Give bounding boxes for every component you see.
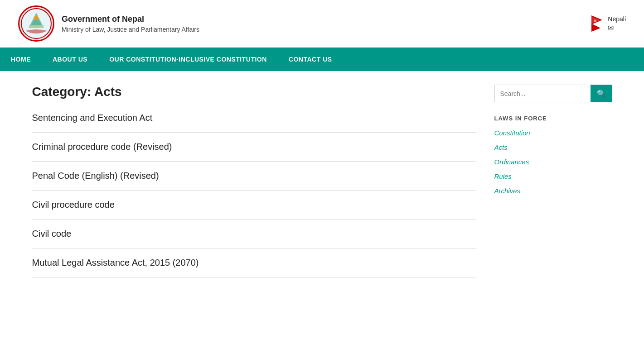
list-item: Sentencing and Execution Act [32,113,476,133]
article-link-3[interactable]: Civil procedure code [32,200,115,210]
svg-rect-4 [29,25,44,28]
list-item: Mutual Legal Assistance Act, 2015 (2070) [32,249,476,277]
main-container: Category: Acts Sentencing and Execution … [14,71,630,291]
article-link-5[interactable]: Mutual Legal Assistance Act, 2015 (2070) [32,258,199,268]
nepali-language-link[interactable]: Nepali [608,15,626,23]
main-nav: HOME ABOUT US OUR CONSTITUTION-INCLUSIVE… [0,48,644,71]
list-item: Rules [494,172,612,181]
header-titles: Government of Nepal Ministry of Law, Jus… [62,14,199,33]
category-prefix: Category: [32,85,94,99]
svg-marker-6 [591,24,600,32]
svg-point-8 [594,19,596,22]
list-item: Archives [494,187,612,195]
nav-contact[interactable]: CONTACT US [278,48,343,71]
laws-in-force-title: LAWS IN FORCE [494,115,612,122]
government-logo [18,5,54,42]
search-input[interactable] [494,85,591,102]
content-area: Category: Acts Sentencing and Execution … [32,85,476,277]
law-archives-link[interactable]: Archives [494,187,521,195]
gov-title: Government of Nepal [62,14,199,24]
page-title: Category: Acts [32,85,476,99]
law-rules-link[interactable]: Rules [494,172,512,180]
sidebar: 🔍 LAWS IN FORCE Constitution Acts Ordina… [494,85,612,277]
law-acts-link[interactable]: Acts [494,143,508,151]
nav-about[interactable]: ABOUT US [42,48,98,71]
list-item: Civil code [32,220,476,249]
site-header: Government of Nepal Ministry of Law, Jus… [0,0,644,48]
nav-constitution[interactable]: OUR CONSTITUTION-INCLUSIVE CONSTITUTION [98,48,278,71]
header-left: Government of Nepal Ministry of Law, Jus… [18,5,199,42]
list-item: Criminal procedure code (Revised) [32,133,476,162]
email-icon[interactable]: ✉ [608,24,614,32]
header-right: Nepali ✉ [591,15,626,32]
law-ordinances-link[interactable]: Ordinances [494,158,529,166]
article-list: Sentencing and Execution Act Criminal pr… [32,113,476,277]
svg-point-3 [34,16,39,20]
list-item: Penal Code (English) (Revised) [32,162,476,191]
list-item: Constitution [494,129,612,137]
ministry-title: Ministry of Law, Justice and Parliamenta… [62,26,199,33]
article-link-1[interactable]: Criminal procedure code (Revised) [32,142,172,152]
nepal-flag-icon [591,15,604,32]
laws-list: Constitution Acts Ordinances Rules Archi… [494,129,612,195]
list-item: Acts [494,143,612,152]
article-link-2[interactable]: Penal Code (English) (Revised) [32,171,159,181]
list-item: Ordinances [494,158,612,166]
article-link-0[interactable]: Sentencing and Execution Act [32,113,153,123]
law-constitution-link[interactable]: Constitution [494,129,530,137]
search-box: 🔍 [494,85,612,102]
category-name: Acts [94,85,122,99]
article-link-4[interactable]: Civil code [32,229,72,239]
list-item: Civil procedure code [32,191,476,220]
search-button[interactable]: 🔍 [591,85,612,102]
nav-home[interactable]: HOME [0,48,42,71]
